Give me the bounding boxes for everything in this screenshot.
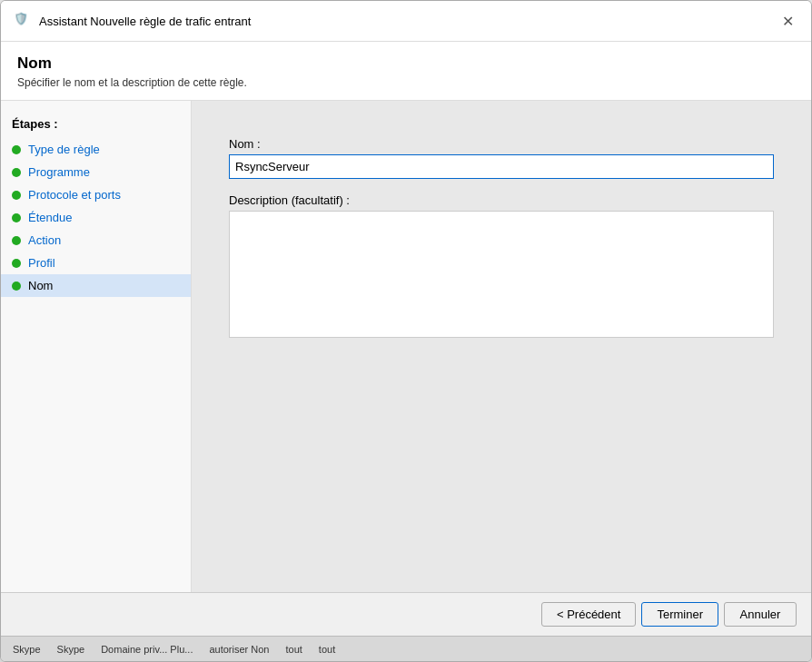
dot-type-regle [12,145,21,154]
taskbar-row: Skype Skype Domaine priv... Plu... autor… [1,636,811,661]
dot-action [12,236,21,245]
content-area: Étapes : Type de règle Programme Protoco… [1,101,811,592]
main-dialog: 🛡️ Assistant Nouvelle règle de trafic en… [0,0,812,662]
dot-etendue [12,213,21,222]
sidebar-label-action: Action [28,233,61,247]
taskbar-item-5: tout [312,641,342,657]
dialog-title: Assistant Nouvelle règle de trafic entra… [39,15,251,28]
name-input[interactable] [229,154,774,179]
page-title: Nom [17,54,795,73]
form-area: Nom : Description (facultatif) : [229,137,774,355]
cancel-button[interactable]: Annuler [724,602,797,627]
sidebar-label-etendue: Étendue [28,211,72,224]
dot-protocole-ports [12,191,21,200]
sidebar-label-programme: Programme [28,165,90,179]
sidebar-label-profil: Profil [28,256,55,270]
taskbar-item-2: Domaine priv... Plu... [94,641,199,657]
sidebar-label-type-regle: Type de règle [28,143,100,156]
sidebar-item-profil[interactable]: Profil [1,252,191,274]
sidebar-item-programme[interactable]: Programme [1,161,191,183]
footer: < Précédent Terminer Annuler [1,592,811,636]
finish-button[interactable]: Terminer [641,602,718,627]
prev-button[interactable]: < Précédent [541,602,636,627]
sidebar-item-nom[interactable]: Nom [1,274,191,297]
sidebar-label-nom: Nom [28,279,53,292]
sidebar-label-protocole-ports: Protocole et ports [28,188,121,202]
taskbar-item-0: Skype [6,641,47,657]
sidebar-item-type-regle[interactable]: Type de règle [1,138,191,161]
title-bar: 🛡️ Assistant Nouvelle règle de trafic en… [1,1,811,42]
dot-profil [12,259,21,268]
name-group: Nom : [229,137,774,179]
close-button[interactable]: ✕ [777,10,798,32]
main-content: Nom : Description (facultatif) : [192,101,811,592]
taskbar-item-3: autoriser Non [203,641,275,657]
sidebar-item-protocole-ports[interactable]: Protocole et ports [1,183,191,206]
dialog-icon: 🛡️ [14,12,32,30]
taskbar-item-4: tout [279,641,308,657]
description-textarea[interactable] [229,211,774,338]
dot-programme [12,168,21,177]
title-bar-left: 🛡️ Assistant Nouvelle règle de trafic en… [14,12,251,30]
sidebar-item-etendue[interactable]: Étendue [1,206,191,229]
name-label: Nom : [229,137,774,151]
sidebar-item-action[interactable]: Action [1,229,191,252]
taskbar-item-1: Skype [51,641,92,657]
description-group: Description (facultatif) : [229,193,774,341]
header-section: Nom Spécifier le nom et la description d… [1,42,811,101]
dot-nom [12,282,21,291]
sidebar-title: Étapes : [1,112,191,138]
sidebar: Étapes : Type de règle Programme Protoco… [1,101,192,592]
page-subtitle: Spécifier le nom et la description de ce… [17,76,795,89]
description-label: Description (facultatif) : [229,193,774,207]
